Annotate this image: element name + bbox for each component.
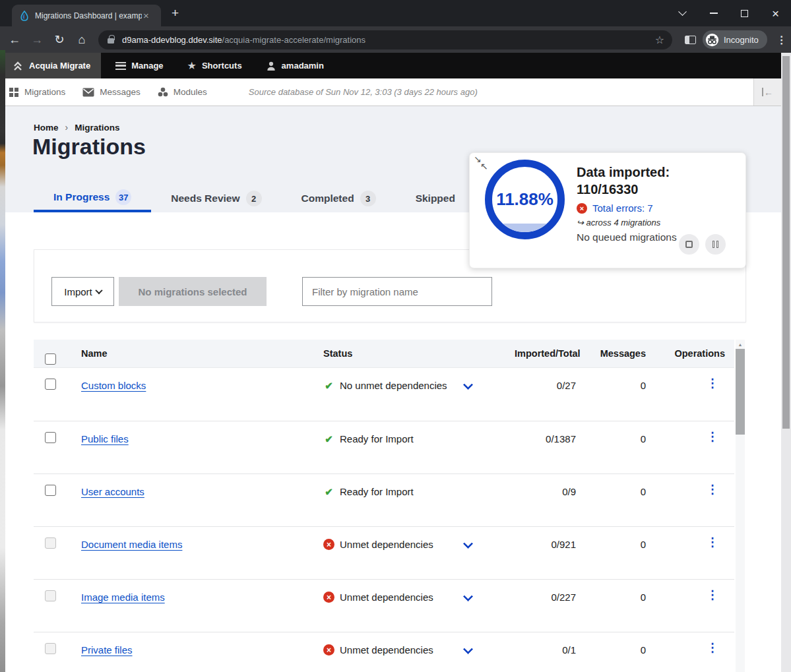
browser-address-bar: ← → ↻ ⌂ d9ama-ddevblog.ddev.site /acquia…: [0, 26, 791, 53]
table-row: Private files×Unmet dependencies0/10⋮: [34, 632, 734, 672]
row-checkbox[interactable]: [45, 485, 56, 496]
migration-name-link[interactable]: Document media items: [81, 539, 182, 550]
card-collapse-icon[interactable]: ↘ ↖: [474, 154, 482, 164]
table-row: Custom blocks✔No unmet dependencies0/270…: [34, 368, 734, 421]
toolbar-item-modules[interactable]: Modules: [149, 87, 216, 97]
row-checkbox[interactable]: [45, 643, 56, 654]
tab-needs-review[interactable]: Needs Review2: [151, 185, 281, 212]
table-scrollbar[interactable]: ▲: [736, 340, 745, 672]
tab-completed[interactable]: Completed3: [282, 185, 396, 212]
status-text: Unmet dependencies: [340, 538, 433, 551]
messages-count: 0: [576, 368, 646, 392]
row-operations-icon[interactable]: ⋮: [707, 430, 718, 443]
back-button[interactable]: ←: [3, 33, 26, 47]
new-tab-button[interactable]: +: [172, 6, 179, 20]
tab-skipped[interactable]: Skipped: [396, 185, 475, 212]
side-panel-icon[interactable]: [685, 36, 696, 44]
close-icon: ×: [772, 7, 779, 20]
messages-count: 0: [576, 632, 646, 657]
status-text: Unmet dependencies: [340, 644, 433, 657]
row-operations-icon[interactable]: ⋮: [707, 641, 718, 654]
import-label: Import: [64, 286, 92, 297]
status-expand-chevron-icon[interactable]: [463, 644, 474, 655]
breadcrumb-separator: ›: [65, 122, 69, 133]
browser-menu-icon[interactable]: ⋮: [775, 34, 789, 46]
progress-ring-fill: [492, 224, 557, 232]
row-checkbox[interactable]: [45, 379, 56, 390]
chevron-down-icon: [95, 287, 102, 294]
window-controls: ×: [667, 0, 791, 26]
stop-button[interactable]: [679, 234, 699, 255]
select-all-checkbox[interactable]: [45, 353, 56, 365]
migration-name-link[interactable]: Private files: [81, 644, 133, 656]
table-scrollbar-thumb[interactable]: [736, 349, 745, 435]
grid-icon: [9, 87, 19, 98]
incognito-badge: Incognito: [703, 30, 767, 49]
no-migrations-selected-button[interactable]: No migrations selected: [119, 277, 267, 306]
row-operations-icon[interactable]: ⋮: [707, 377, 718, 390]
row-checkbox[interactable]: [45, 537, 56, 549]
page-scrollbar-thumb[interactable]: [782, 56, 790, 429]
toolbar-collapse-button[interactable]: ←: [753, 78, 781, 106]
window-maximize-button[interactable]: [729, 0, 760, 26]
tab-close-icon[interactable]: ×: [143, 11, 149, 20]
admin-toolbar: Acquia Migrate Manage ★ Shortcuts amadam…: [5, 53, 781, 78]
toolbar-item-messages[interactable]: Messages: [74, 87, 149, 97]
bookmark-star-icon[interactable]: ☆: [655, 34, 664, 46]
row-checkbox[interactable]: [45, 590, 56, 601]
filter-input[interactable]: [302, 277, 492, 306]
tab-label: In Progress: [53, 191, 110, 203]
migration-name-link[interactable]: Custom blocks: [81, 380, 146, 391]
row-operations-icon[interactable]: ⋮: [707, 535, 718, 549]
envelope-icon: [82, 88, 94, 97]
forward-button[interactable]: →: [26, 33, 48, 47]
across-migrations-note: ↪ across 4 migrations: [577, 218, 677, 228]
migration-name-link[interactable]: User accounts: [81, 486, 144, 497]
pause-button[interactable]: [705, 234, 726, 255]
migration-name-link[interactable]: Image media items: [81, 592, 165, 603]
home-button[interactable]: ⌂: [71, 33, 93, 47]
select-all-cell: [34, 343, 71, 365]
status-expand-chevron-icon[interactable]: [463, 380, 474, 390]
address-input[interactable]: d9ama-ddevblog.ddev.site /acquia-migrate…: [98, 30, 672, 49]
window-close-button[interactable]: ×: [760, 0, 791, 26]
page-scrollbar[interactable]: [781, 53, 791, 672]
tab-search-button[interactable]: [667, 0, 698, 26]
user-menu[interactable]: amadamin: [257, 53, 333, 78]
row-operations-icon[interactable]: ⋮: [707, 588, 718, 601]
reload-button[interactable]: ↻: [48, 32, 71, 47]
toolbar-item-migrations[interactable]: Migrations: [5, 87, 74, 98]
imported-total: 0/921: [515, 527, 576, 551]
scroll-up-arrow-icon[interactable]: ▲: [736, 340, 745, 349]
messages-count: 0: [576, 527, 646, 551]
drupal-favicon-icon: [19, 11, 30, 21]
table-row: User accounts✔Ready for Import0/90⋮: [34, 473, 734, 526]
header-status: Status: [323, 348, 515, 359]
row-checkbox[interactable]: [45, 432, 56, 443]
migration-name-link[interactable]: Public files: [81, 433, 129, 444]
status-error-icon: ×: [323, 539, 334, 550]
status-expand-chevron-icon[interactable]: [463, 539, 474, 549]
status-ok-icon: ✔: [323, 433, 334, 444]
acquia-migrate-brand[interactable]: Acquia Migrate: [5, 53, 101, 78]
error-icon: ×: [577, 203, 587, 214]
tab-in-progress[interactable]: In Progress37: [34, 185, 151, 212]
manage-menu[interactable]: Manage: [106, 53, 172, 78]
browser-tab[interactable]: Migrations Dashboard | example ×: [12, 5, 161, 26]
breadcrumb-home-link[interactable]: Home: [34, 123, 59, 133]
shortcuts-menu[interactable]: ★ Shortcuts: [178, 53, 251, 78]
table-header: Name Status Imported/Total Messages Oper…: [34, 340, 734, 368]
table-body: Custom blocks✔No unmet dependencies0/270…: [34, 368, 734, 672]
status-expand-chevron-icon[interactable]: [463, 592, 474, 602]
browser-tab-bar: Migrations Dashboard | example × + ×: [0, 0, 791, 26]
screen: Migrations Dashboard | example × + × ← →…: [0, 0, 791, 672]
user-icon: [266, 61, 276, 71]
row-operations-icon[interactable]: ⋮: [707, 483, 718, 496]
import-dropdown-button[interactable]: Import: [51, 277, 114, 306]
window-minimize-button[interactable]: [698, 0, 729, 26]
tab-label: Needs Review: [171, 193, 239, 204]
header-name: Name: [71, 348, 323, 359]
total-errors-link[interactable]: Total errors: 7: [592, 202, 653, 214]
tab-title: Migrations Dashboard | example: [35, 11, 142, 20]
tab-count-badge: 3: [360, 191, 376, 206]
